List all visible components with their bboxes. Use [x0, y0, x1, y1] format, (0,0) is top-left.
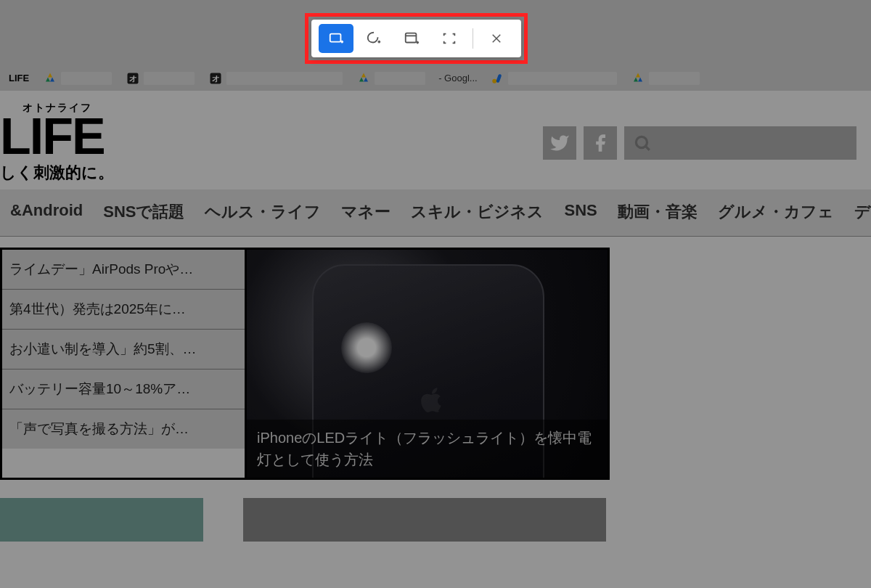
bookmark-label	[375, 72, 425, 85]
nav-item[interactable]: ヘルス・ライフ	[195, 197, 331, 227]
article-list: ライムデー」AirPods Proや… 第4世代）発売は2025年に… お小遣い…	[0, 248, 247, 480]
article-item[interactable]: ライムデー」AirPods Proや…	[2, 250, 245, 290]
rectangle-select-button[interactable]	[319, 24, 353, 53]
bookmark-item[interactable]	[626, 69, 706, 88]
thumb-row	[0, 498, 871, 542]
thumbnail[interactable]	[0, 498, 203, 542]
svg-point-6	[636, 136, 647, 147]
window-select-button[interactable]	[394, 24, 429, 53]
bookmark-item[interactable]: オ	[120, 69, 200, 88]
screenshot-toolbar	[311, 20, 521, 57]
thumbnail[interactable]	[243, 498, 606, 542]
bookmark-label	[226, 72, 343, 85]
freeform-select-button[interactable]	[356, 24, 391, 53]
facebook-button[interactable]	[584, 126, 617, 160]
header: オトナライフ LIFE しく刺激的に。	[0, 91, 871, 189]
close-button[interactable]	[479, 24, 514, 53]
bookmark-label	[508, 72, 617, 85]
logo-tagline: しく刺激的に。	[0, 162, 114, 184]
bookmark-item[interactable]	[351, 69, 431, 88]
bookmark-item[interactable]	[485, 69, 623, 88]
square-icon: オ	[209, 72, 222, 85]
drive-icon	[631, 72, 645, 85]
square-icon: オ	[126, 72, 139, 85]
apple-logo-icon	[414, 380, 450, 424]
search-input[interactable]	[624, 126, 856, 160]
article-item[interactable]: バッテリー容量10～18%ア…	[2, 369, 245, 409]
svg-rect-8	[330, 34, 341, 42]
fullscreen-select-icon	[441, 30, 457, 46]
svg-text:オ: オ	[212, 73, 220, 82]
close-icon	[490, 32, 503, 45]
rectangle-select-icon	[328, 30, 344, 46]
bookmark-item[interactable]: LIFE	[3, 70, 35, 86]
bookmark-item[interactable]	[38, 69, 118, 88]
article-item[interactable]: 第4世代）発売は2025年に…	[2, 290, 245, 330]
site-logo[interactable]: オトナライフ LIFE しく刺激的に。	[0, 102, 114, 184]
nav-item[interactable]: マネー	[331, 197, 401, 227]
bookmark-label: LIFE	[9, 73, 29, 83]
screenshot-toolbar-highlight	[305, 13, 528, 64]
toolbar-divider	[473, 28, 473, 49]
article-item[interactable]: 「声で写真を撮る方法」が…	[2, 409, 245, 449]
svg-rect-13	[406, 33, 417, 43]
feature-article[interactable]: iPhoneのLEDライト（フラッシュライト）を懐中電灯として使う方法	[247, 248, 610, 480]
drive-icon	[44, 72, 57, 85]
nav-item[interactable]: グルメ・カフェ	[708, 197, 844, 227]
bookmark-bar: LIFE オ オ - Googl...	[0, 65, 871, 91]
bookmark-text: - Googl...	[434, 73, 481, 83]
bookmark-label	[61, 72, 112, 85]
nav-item[interactable]: 動画・音楽	[608, 197, 708, 227]
nav-menu: &Android SNSで話題 ヘルス・ライフ マネー スキル・ビジネス SNS…	[0, 189, 871, 237]
nav-item[interactable]: SNSで話題	[93, 197, 195, 227]
article-item[interactable]: お小遣い制を導入」約5割、…	[2, 330, 245, 369]
bookmark-label	[649, 72, 700, 85]
svg-text:オ: オ	[129, 73, 137, 82]
article-grid: ライムデー」AirPods Proや… 第4世代）発売は2025年に… お小遣い…	[0, 248, 871, 480]
nav-item[interactable]: デリ	[844, 197, 871, 227]
freeform-select-icon	[366, 30, 382, 46]
bookmark-label	[144, 72, 195, 85]
svg-point-4	[492, 78, 496, 83]
nav-item[interactable]: &Android	[0, 197, 93, 227]
flash-glow	[341, 322, 392, 373]
window-select-icon	[404, 30, 420, 46]
feature-caption: iPhoneのLEDライト（フラッシュライト）を懐中電灯として使う方法	[247, 420, 608, 478]
bookmark-item[interactable]: オ	[203, 69, 348, 88]
ads-icon	[491, 72, 504, 85]
svg-line-7	[645, 146, 649, 150]
header-actions	[543, 126, 856, 160]
fullscreen-select-button[interactable]	[432, 24, 467, 53]
nav-item[interactable]: SNS	[554, 197, 607, 227]
logo-text: LIFE	[0, 107, 114, 166]
twitter-button[interactable]	[543, 126, 576, 160]
svg-rect-5	[496, 73, 502, 83]
page-content: オトナライフ LIFE しく刺激的に。 &Android SNSで話題 ヘルス・…	[0, 91, 871, 588]
nav-item[interactable]: スキル・ビジネス	[401, 197, 554, 227]
drive-icon	[357, 72, 370, 85]
search-icon	[633, 134, 652, 152]
